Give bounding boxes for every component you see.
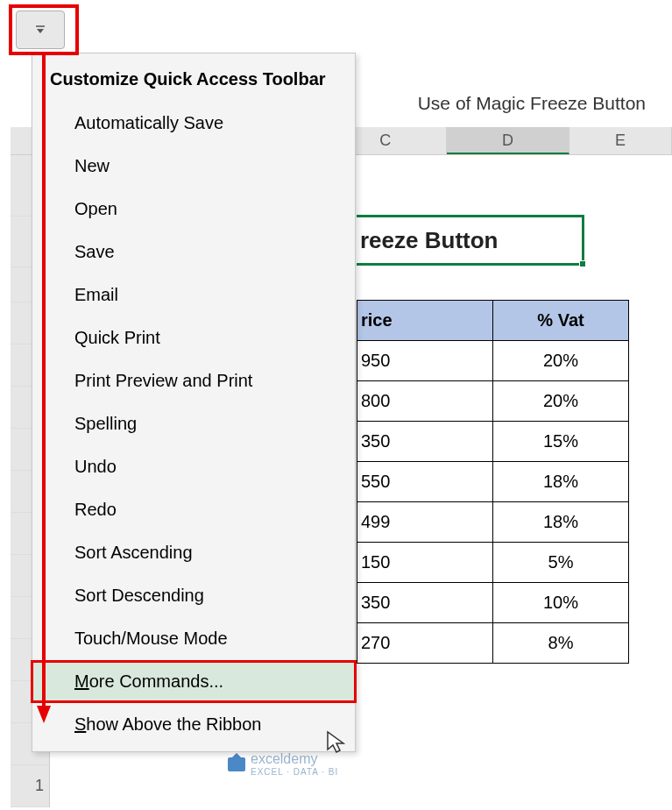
table-row: 2708%	[357, 623, 629, 664]
menu-item-undo[interactable]: Undo	[32, 445, 355, 488]
menu-item-text: how Above the Ribbon	[86, 714, 261, 734]
menu-item-print-preview[interactable]: Print Preview and Print	[32, 359, 355, 402]
cell-price[interactable]: 800	[357, 381, 493, 422]
menu-item-email[interactable]: Email	[32, 274, 355, 316]
dropdown-caret-icon	[34, 24, 46, 36]
cell-vat[interactable]: 18%	[493, 502, 629, 543]
cell-price[interactable]: 350	[357, 583, 493, 623]
table-row: 49918%	[357, 502, 629, 543]
row-header[interactable]: 1	[11, 765, 50, 807]
header-price[interactable]: rice	[357, 301, 493, 341]
cell-vat[interactable]: 20%	[493, 341, 629, 381]
watermark-logo-icon	[228, 757, 245, 771]
menu-item-quick-print[interactable]: Quick Print	[32, 316, 355, 359]
menu-item-touch-mouse[interactable]: Touch/Mouse Mode	[32, 617, 355, 660]
menu-item-text: ore Commands...	[89, 671, 223, 691]
menu-item-show-above-ribbon[interactable]: Show Above the Ribbon	[32, 703, 355, 746]
watermark-tagline: EXCEL · DATA · BI	[251, 767, 338, 777]
cell-price[interactable]: 499	[357, 502, 493, 543]
table-header-row: rice % Vat	[357, 301, 629, 341]
table-row: 55018%	[357, 462, 629, 502]
col-header-d[interactable]: D	[447, 127, 569, 154]
table-row: 80020%	[357, 381, 629, 422]
cell-vat[interactable]: 15%	[493, 422, 629, 462]
col-header-e[interactable]: E	[569, 127, 672, 154]
menu-item-save[interactable]: Save	[32, 231, 355, 274]
accelerator-char: M	[74, 671, 89, 691]
table-row: 35010%	[357, 583, 629, 623]
qat-customize-button[interactable]	[16, 11, 65, 49]
table-row: 35015%	[357, 422, 629, 462]
cell-price[interactable]: 950	[357, 341, 493, 381]
menu-item-open[interactable]: Open	[32, 188, 355, 231]
cell-vat[interactable]: 8%	[493, 623, 629, 664]
qat-dropdown-menu: Customize Quick Access Toolbar Automatic…	[32, 53, 356, 752]
header-vat[interactable]: % Vat	[493, 301, 629, 341]
accelerator-char: S	[74, 714, 86, 734]
cell-price[interactable]: 150	[357, 543, 493, 583]
table-row: 1505%	[357, 543, 629, 583]
menu-item-more-commands[interactable]: More Commands...	[32, 660, 355, 703]
menu-item-spelling[interactable]: Spelling	[32, 402, 355, 445]
cell-vat[interactable]: 10%	[493, 583, 629, 623]
cell-vat[interactable]: 18%	[493, 462, 629, 502]
svg-marker-1	[37, 29, 44, 33]
watermark-brand: exceldemy	[251, 751, 338, 767]
menu-item-new[interactable]: New	[32, 145, 355, 188]
watermark: exceldemy EXCEL · DATA · BI	[228, 751, 338, 777]
merged-title-cell[interactable]: reeze Button	[357, 215, 584, 266]
table-row: 95020%	[357, 341, 629, 381]
cell-price[interactable]: 270	[357, 623, 493, 664]
menu-item-sort-asc[interactable]: Sort Ascending	[32, 531, 355, 574]
cell-price[interactable]: 550	[357, 462, 493, 502]
menu-item-redo[interactable]: Redo	[32, 488, 355, 531]
menu-item-autosave[interactable]: Automatically Save	[32, 102, 355, 145]
cell-vat[interactable]: 20%	[493, 381, 629, 422]
fill-handle[interactable]	[579, 260, 586, 267]
menu-item-sort-desc[interactable]: Sort Descending	[32, 574, 355, 617]
dropdown-title: Customize Quick Access Toolbar	[32, 53, 355, 102]
title-cell-text: reeze Button	[360, 227, 498, 254]
data-table: rice % Vat 95020% 80020% 35015% 55018% 4…	[357, 300, 629, 664]
cell-vat[interactable]: 5%	[493, 543, 629, 583]
cell-price[interactable]: 350	[357, 422, 493, 462]
